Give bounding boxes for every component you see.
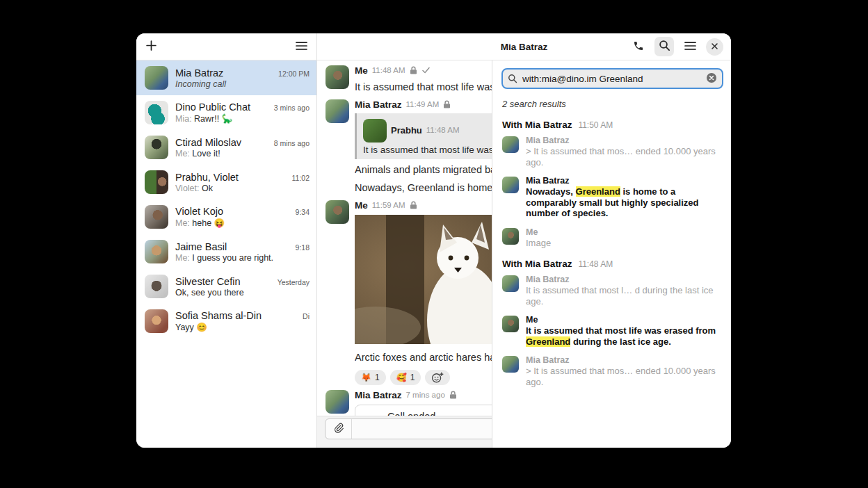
search-result-item[interactable]: Mia BatrazNowadays, Greenland is home to…	[502, 175, 723, 219]
conversation-time: Yesterday	[278, 278, 310, 286]
conversation-name: Sofia Shams al-Din	[175, 310, 262, 321]
search-group-title: With Mia Batraz	[502, 259, 572, 269]
app-window: Mia Batraz12:00 PMIncoming callDino Publ…	[136, 33, 731, 448]
conversation-item[interactable]: Silvester CefinYesterdayOk, see you ther…	[136, 269, 316, 304]
quoted-message[interactable]: Prabhu11:48 AMIt is assumed that most li…	[355, 113, 492, 159]
avatar	[145, 136, 168, 159]
message-content: Me11:59 AMArctic foxes and arctic hares …	[355, 199, 492, 385]
conversation-preview: Mia: Rawr!! 🦕	[175, 113, 310, 124]
message-time: 11:59 AM	[372, 201, 405, 209]
conversation-name: Prabhu, Violet	[175, 172, 239, 183]
conversation-list: Mia Batraz12:00 PMIncoming callDino Publ…	[136, 60, 316, 448]
conversation-item[interactable]: Violet Kojo9:34Me: hehe 😝	[136, 200, 316, 234]
avatar	[145, 275, 168, 298]
result-sender: Mia Batraz	[526, 175, 723, 186]
conversation-time: 8 mins ago	[274, 139, 310, 147]
message-text: Nowadays, Greenland is home to a comp	[355, 181, 492, 195]
avatar	[326, 65, 349, 89]
chat-pane: Me11:48 AMIt is assumed that most life w…	[317, 60, 492, 448]
search-icon	[508, 74, 517, 83]
search-result-item[interactable]: Mia Batraz> It is assumed that mos… ende…	[502, 355, 723, 387]
chat-menu-button[interactable]	[680, 37, 700, 56]
search-icon	[659, 40, 670, 54]
add-reaction-button[interactable]	[425, 370, 450, 385]
quote-sender: Prabhu	[391, 125, 422, 136]
search-input[interactable]	[522, 74, 701, 84]
result-sender: Me	[526, 314, 723, 325]
conversation-item[interactable]: Prabhu, Violet11:02Violet: Ok	[136, 165, 316, 200]
conversation-name: Silvester Cefin	[175, 276, 240, 287]
avatar	[145, 101, 168, 124]
add-conversation-button[interactable]	[145, 40, 157, 54]
avatar	[145, 66, 168, 90]
avatar	[145, 309, 168, 333]
reaction-row: 🦊 1🥰 1	[355, 370, 492, 385]
encrypted-lock-icon	[449, 391, 457, 399]
message-sender: Me	[355, 65, 368, 76]
search-group-time: 11:50 AM	[578, 120, 613, 130]
conversation-item[interactable]: Sofia Shams al-DinDiYayy 😊	[136, 304, 316, 339]
conversation-preview: Me: Love it!	[175, 149, 310, 158]
search-results-groups: With Mia Batraz11:50 AMMia Batraz> It is…	[502, 120, 723, 387]
result-text: > It is assumed that mos… ended 10.000 y…	[526, 146, 723, 168]
message-time: 7 mins ago	[406, 391, 445, 399]
conversation-item[interactable]: Dino Public Chat3 mins agoMia: Rawr!! 🦕	[136, 95, 316, 130]
conversation-preview: Me: I guess you are right.	[175, 253, 310, 263]
message-list: Me11:48 AMIt is assumed that most life w…	[317, 60, 492, 416]
result-text: Image	[526, 238, 551, 249]
call-button[interactable]	[629, 37, 648, 56]
avatar	[326, 99, 349, 123]
search-result-item[interactable]: MeIt is assumed that most life was erase…	[502, 314, 723, 347]
conversation-time: 3 mins ago	[274, 104, 310, 112]
hamburger-menu-icon	[296, 41, 307, 53]
sidebar-menu-button[interactable]	[296, 41, 307, 53]
reaction-pill[interactable]: 🦊 1	[355, 370, 386, 385]
conversation-time: 12:00 PM	[278, 70, 310, 78]
search-result-item[interactable]: Mia BatrazIt is assumed that most l… d d…	[502, 274, 723, 307]
result-sender: Mia Batraz	[526, 135, 723, 146]
avatar	[502, 316, 519, 332]
quote-text: It is assumed that most life was erased	[363, 145, 492, 155]
attach-file-button[interactable]	[326, 419, 352, 439]
clear-icon	[706, 72, 717, 86]
clear-search-button[interactable]	[706, 72, 717, 86]
chat-message: Me11:48 AMIt is assumed that most life w…	[326, 64, 492, 95]
close-window-button[interactable]	[706, 38, 723, 56]
hamburger-menu-icon	[684, 41, 696, 53]
conversation-sidebar: Mia Batraz12:00 PMIncoming callDino Publ…	[136, 33, 317, 448]
chat-message: Mia Batraz7 mins agoCall endedEnded at 1…	[326, 389, 492, 416]
search-result-item[interactable]: Mia Batraz> It is assumed that mos… ende…	[502, 135, 723, 168]
search-group-header: With Mia Batraz11:50 AM	[502, 120, 723, 130]
message-time: 11:48 AM	[372, 66, 405, 74]
message-sender: Mia Batraz	[355, 99, 402, 110]
conversation-name: Ctirad Miloslav	[175, 137, 241, 148]
arctic-fox-image[interactable]	[355, 215, 492, 347]
conversation-info: Dino Public Chat3 mins agoMia: Rawr!! 🦕	[175, 101, 310, 124]
conversation-time: 9:34	[296, 208, 310, 216]
avatar	[502, 275, 519, 292]
conversation-time: 9:18	[296, 243, 310, 252]
main-body: Me11:48 AMIt is assumed that most life w…	[317, 60, 731, 448]
conversation-name: Mia Batraz	[175, 67, 223, 79]
plus-icon	[145, 40, 157, 54]
conversation-item[interactable]: Mia Batraz12:00 PMIncoming call	[136, 60, 316, 95]
conversation-item[interactable]: Jaime Basil9:18Me: I guess you are right…	[136, 234, 316, 269]
message-content: Mia Batraz11:49 AMPrabhu11:48 AMIt is as…	[355, 98, 492, 195]
conversation-info: Prabhu, Violet11:02Violet: Ok	[175, 172, 310, 193]
search-group-title: With Mia Batraz	[502, 120, 572, 130]
search-panel: 2 search results With Mia Batraz11:50 AM…	[492, 60, 731, 448]
conversation-preview: Ok, see you there	[175, 288, 310, 298]
conversation-item[interactable]: Ctirad Miloslav8 mins agoMe: Love it!	[136, 130, 316, 165]
message-sender: Me	[355, 200, 368, 211]
search-group-header: With Mia Batraz11:48 AM	[502, 259, 723, 269]
chat-header: Mia Batraz	[317, 33, 731, 60]
conversation-info: Silvester CefinYesterdayOk, see you ther…	[175, 276, 310, 298]
message-text: Arctic foxes and arctic hares have a mu	[355, 350, 492, 365]
conversation-info: Ctirad Miloslav8 mins agoMe: Love it!	[175, 137, 310, 158]
search-toggle-button[interactable]	[654, 37, 674, 56]
reaction-pill[interactable]: 🥰 1	[390, 370, 421, 385]
search-result-item[interactable]: MeImage	[502, 227, 723, 249]
screen-background: Mia Batraz12:00 PMIncoming callDino Publ…	[0, 0, 868, 488]
avatar	[363, 119, 387, 143]
result-text: Nowadays, Greenland is home to a compara…	[526, 186, 723, 219]
